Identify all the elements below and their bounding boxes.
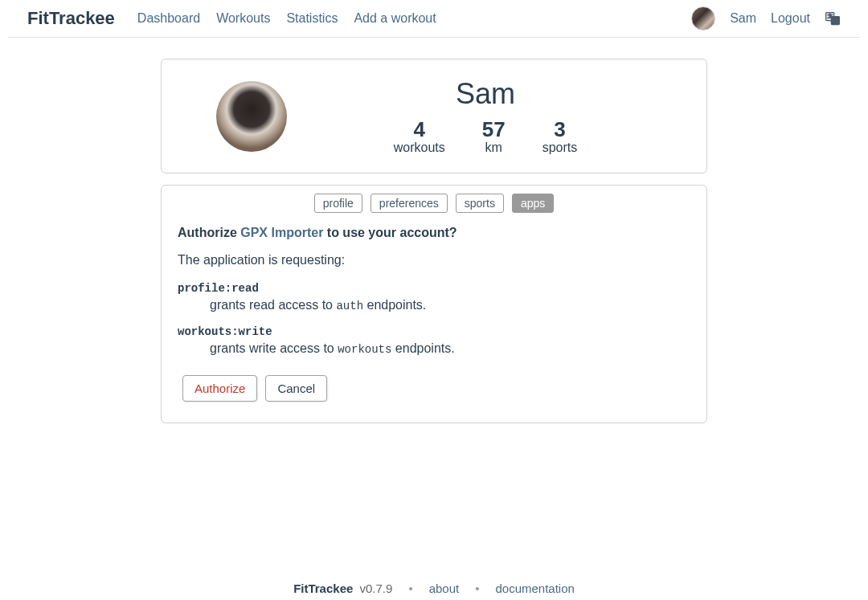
nav-user[interactable]: Sam [730,11,756,26]
avatar[interactable] [691,6,715,31]
profile-tabs: profile preferences sports apps [178,194,690,213]
footer-version: v0.7.9 [360,582,393,595]
language-icon[interactable]: 文 A [825,10,841,27]
stat-workouts-label: workouts [394,141,445,155]
scope-workouts-write: workouts:write grants write access to wo… [178,325,690,356]
nav-right: Sam Logout 文 A [691,6,841,31]
profile-name: Sam [456,77,515,111]
nav-workouts[interactable]: Workouts [216,11,270,26]
scope-desc-prefix: grants write access to [210,341,338,355]
requesting-text: The application is requesting: [178,253,690,267]
tab-apps[interactable]: apps [512,194,554,213]
scope-desc-code: auth [336,300,363,312]
footer-brand: FitTrackee v0.7.9 [293,582,392,595]
tab-profile[interactable]: profile [314,194,362,213]
scope-desc-code: workouts [338,343,391,356]
footer: FitTrackee v0.7.9 • about • documentatio… [0,572,868,600]
scope-desc: grants read access to auth endpoints. [210,298,690,312]
profile-card: Sam 4 workouts 57 km 3 sports [161,59,707,173]
scope-profile-read: profile:read grants read access to auth … [178,282,690,312]
tab-sports[interactable]: sports [456,194,504,213]
nav-add-workout[interactable]: Add a workout [354,11,436,26]
authorize-title: Authorize GPX Importer to use your accou… [178,226,690,240]
authorize-card: profile preferences sports apps Authoriz… [161,185,707,423]
authorize-button[interactable]: Authorize [182,375,257,402]
tab-preferences[interactable]: preferences [371,194,448,213]
svg-text:A: A [833,18,837,23]
footer-separator: • [475,582,479,595]
scope-name: workouts:write [178,325,690,338]
stat-sports-label: sports [542,141,578,155]
button-row: Authorize Cancel [182,375,690,402]
stat-workouts-value: 4 [414,117,425,142]
footer-separator: • [408,582,412,595]
main-content: Sam 4 workouts 57 km 3 sports profile pr… [0,38,868,423]
scope-desc: grants write access to workouts endpoint… [210,341,690,356]
stat-km-value: 57 [482,117,506,142]
cancel-button[interactable]: Cancel [265,375,327,402]
footer-about-link[interactable]: about [429,582,460,595]
stat-sports: 3 sports [542,117,578,155]
scope-desc-suffix: endpoints. [363,298,426,312]
stats-row: 4 workouts 57 km 3 sports [394,117,578,155]
scope-desc-suffix: endpoints. [391,341,454,355]
scope-name: profile:read [178,282,690,295]
footer-brand-name: FitTrackee [293,582,353,595]
navbar: FitTrackee Dashboard Workouts Statistics… [8,0,860,38]
authorize-suffix: to use your account? [323,226,457,239]
footer-documentation-link[interactable]: documentation [495,582,574,595]
nav-logout[interactable]: Logout [771,11,810,26]
scope-desc-prefix: grants read access to [210,298,336,312]
nav-dashboard[interactable]: Dashboard [137,11,200,26]
stat-workouts: 4 workouts [394,117,445,155]
authorize-prefix: Authorize [178,226,240,239]
nav-statistics[interactable]: Statistics [286,11,338,26]
svg-text:文: 文 [828,13,833,18]
profile-avatar [216,81,287,152]
stat-km-label: km [485,141,502,155]
stat-km: 57 km [482,117,506,155]
app-name-link[interactable]: GPX Importer [240,226,323,239]
brand-logo[interactable]: FitTrackee [27,8,115,29]
profile-info: Sam 4 workouts 57 km 3 sports [287,77,684,155]
nav-links: Dashboard Workouts Statistics Add a work… [137,11,691,26]
stat-sports-value: 3 [554,117,565,142]
